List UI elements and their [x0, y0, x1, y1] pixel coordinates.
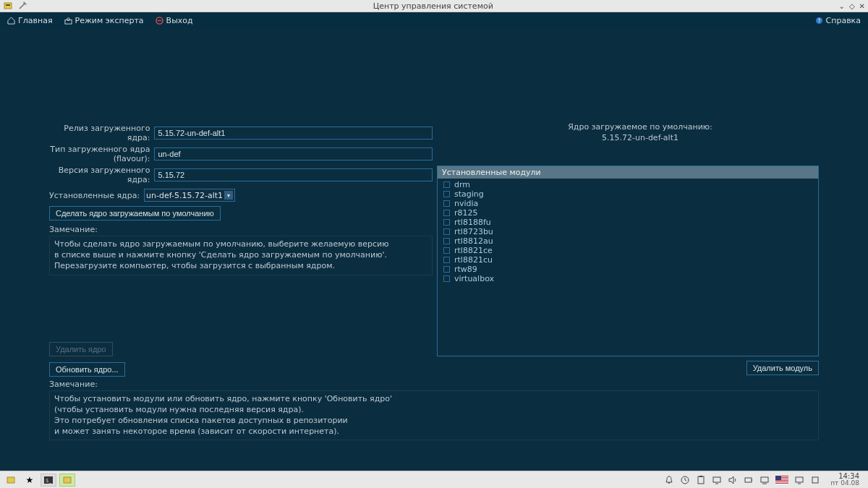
module-item[interactable]: rtl8723bu [441, 227, 815, 236]
svg-rect-1 [6, 4, 10, 6]
module-checkbox[interactable] [443, 266, 450, 273]
note-box: Чтобы сделать ядро загружаемым по умолча… [49, 236, 433, 275]
svg-rect-20 [745, 478, 752, 482]
menu-home[interactable]: Главная [7, 16, 53, 25]
version-label: Версия загруженного ядра: [49, 166, 154, 184]
titlebar: Центр управления системой ⌄ ◇ ✕ [0, 0, 868, 12]
notifications-icon[interactable] [664, 475, 674, 485]
module-checkbox[interactable] [443, 200, 450, 207]
svg-rect-12 [64, 477, 71, 483]
menu-help-label: Справка [826, 16, 861, 25]
menubar: Главная Режим эксперта Выход ? Справка [0, 12, 868, 28]
make-default-button[interactable]: Сделать ядро загружаемым по умолчанию [49, 206, 221, 221]
installed-kernel-select[interactable]: un-def-5.15.72-alt1 ▾ [144, 189, 235, 202]
module-checkbox[interactable] [443, 191, 450, 197]
installed-kernel-value: un-def-5.15.72-alt1 [146, 191, 223, 200]
svg-rect-9 [7, 477, 14, 483]
note-line: в списке выше и нажмите кнопку 'Сделать … [54, 250, 427, 261]
svg-rect-17 [713, 477, 720, 482]
system-tray: 14:34 пт 04.08 [664, 473, 859, 487]
chevron-down-icon: ▾ [224, 191, 233, 200]
menu-help[interactable]: ? Справка [815, 16, 861, 25]
menu-exit-label: Выход [166, 16, 193, 25]
module-item[interactable]: r8125 [441, 208, 815, 218]
module-checkbox[interactable] [443, 210, 450, 216]
module-actions: Удалить модуль [746, 361, 819, 375]
module-item[interactable]: virtualbox [441, 274, 815, 283]
keyboard-layout-flag[interactable] [775, 476, 788, 484]
module-checkbox[interactable] [443, 247, 450, 254]
taskbar-bookmarks[interactable]: ★ [22, 474, 38, 487]
minimize-icon[interactable]: ⌄ [839, 2, 845, 10]
default-kernel-value: 5.15.72-un-def-alt1 [463, 133, 817, 142]
remove-module-button[interactable]: Удалить модуль [746, 361, 819, 375]
flavour-label: Тип загруженного ядра (flavour): [49, 145, 154, 163]
modules-panel: Установленные модули drmstagingnvidiar81… [437, 166, 819, 356]
module-label: r8125 [454, 208, 478, 218]
content: Релиз загруженного ядра: Тип загруженног… [0, 28, 868, 471]
flavour-field[interactable] [154, 147, 433, 160]
taskbar: ★ $_ 14:34 пт 04.08 [0, 471, 868, 488]
update-kernel-button[interactable]: Обновить ядро... [49, 362, 125, 377]
release-label: Релиз загруженного ядра: [49, 124, 154, 142]
module-item[interactable]: rtl8821cu [441, 255, 815, 265]
menu-expert-label: Режим эксперта [75, 16, 144, 25]
module-item[interactable]: rtw89 [441, 265, 815, 274]
clock-date: пт 04.08 [830, 480, 859, 487]
taskbar-active-window[interactable] [59, 474, 75, 487]
module-label: rtl8821cu [454, 255, 493, 265]
svg-marker-19 [729, 476, 733, 484]
module-item[interactable]: rtl8821ce [441, 246, 815, 255]
square-icon[interactable] [810, 475, 820, 485]
monitor-icon[interactable] [794, 475, 804, 485]
taskbar-terminal[interactable]: $_ [41, 474, 56, 487]
window-title: Центр управления системой [27, 1, 839, 11]
module-item[interactable]: drm [441, 180, 815, 189]
svg-text:?: ? [817, 17, 820, 24]
volume-icon[interactable] [728, 475, 738, 485]
default-kernel-info: Ядро загружаемое по умолчанию: 5.15.72-u… [463, 122, 817, 142]
note-line: Это потребует обновления списка пакетов … [54, 416, 814, 427]
version-field[interactable] [154, 168, 433, 181]
note-line: Чтобы установить модули или обновить ядр… [54, 394, 814, 405]
help-icon: ? [815, 17, 823, 25]
module-item[interactable]: staging [441, 189, 815, 199]
network-icon[interactable] [760, 475, 770, 485]
module-checkbox[interactable] [443, 219, 450, 226]
menu-expert[interactable]: Режим эксперта [64, 16, 144, 25]
display-icon[interactable] [712, 475, 722, 485]
close-icon[interactable]: ✕ [859, 2, 865, 10]
svg-rect-15 [698, 476, 704, 484]
module-checkbox[interactable] [443, 228, 450, 235]
note-line: Чтобы сделать ядро загружаемым по умолча… [54, 239, 427, 250]
clock-icon[interactable] [680, 475, 690, 485]
maximize-icon[interactable]: ◇ [849, 2, 855, 10]
module-checkbox[interactable] [443, 275, 450, 282]
modules-header: Установленные модули [438, 166, 818, 179]
release-field[interactable] [154, 127, 433, 140]
module-label: staging [454, 189, 484, 199]
svg-rect-26 [812, 477, 818, 483]
note-line: Перезагрузите компьютер, чтобы загрузитс… [54, 261, 427, 272]
clipboard-icon[interactable] [696, 475, 706, 485]
remove-kernel-button[interactable]: Удалить ядро [49, 342, 113, 356]
default-kernel-title: Ядро загружаемое по умолчанию: [463, 122, 817, 132]
menu-exit[interactable]: Выход [156, 16, 193, 25]
module-item[interactable]: rtl8812au [441, 236, 815, 246]
svg-text:$_: $_ [46, 478, 51, 484]
taskbar-app-menu[interactable] [3, 474, 19, 487]
modules-list[interactable]: drmstagingnvidiar8125rtl8188furtl8723bur… [438, 179, 818, 356]
module-item[interactable]: rtl8188fu [441, 218, 815, 227]
module-label: nvidia [454, 199, 478, 208]
module-checkbox[interactable] [443, 257, 450, 263]
module-label: rtl8821ce [454, 246, 493, 255]
module-label: rtl8188fu [454, 218, 491, 227]
module-label: rtl8812au [454, 236, 493, 246]
taskbar-clock[interactable]: 14:34 пт 04.08 [830, 473, 859, 487]
module-item[interactable]: nvidia [441, 199, 815, 208]
pin-icon[interactable] [17, 1, 27, 11]
battery-icon[interactable] [744, 475, 754, 485]
lower-note: Замечание: Чтобы установить модули или о… [49, 375, 819, 440]
module-checkbox[interactable] [443, 181, 450, 188]
module-checkbox[interactable] [443, 238, 450, 244]
